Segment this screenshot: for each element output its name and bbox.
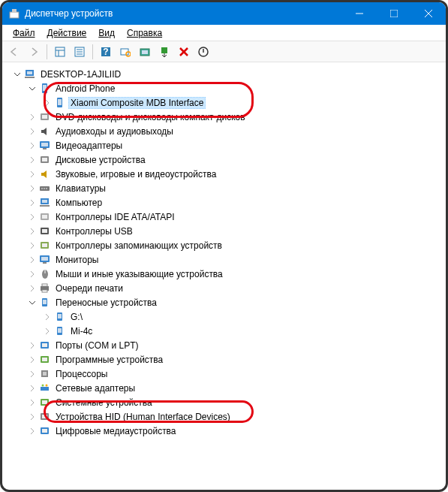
svg-rect-52	[43, 262, 47, 264]
svg-rect-61	[58, 314, 62, 318]
tree-node-label[interactable]: Контроллеры IDE ATA/ATAPI	[53, 211, 177, 223]
tree-node[interactable]: Системные устройства	[4, 395, 444, 409]
close-button[interactable]	[411, 2, 446, 25]
update-driver-button[interactable]	[136, 43, 154, 61]
tree-node-label[interactable]: Мониторы	[53, 254, 101, 266]
maximize-button[interactable]	[377, 2, 411, 25]
tree-node-label[interactable]: G:\	[68, 311, 85, 323]
tree-node[interactable]: Сетевые адаптеры	[4, 381, 444, 395]
tree-node[interactable]: Контроллеры USB	[4, 224, 444, 238]
tree-node[interactable]: DVD-дисководы и дисководы компакт-дисков	[4, 110, 444, 124]
tree-node-label[interactable]: Переносные устройства	[53, 297, 159, 309]
collapse-icon[interactable]	[11, 68, 23, 80]
no-expander	[26, 154, 38, 166]
svg-rect-67	[42, 358, 47, 361]
svg-rect-6	[56, 47, 65, 56]
tree-node[interactable]: Звуковые, игровые и видеоустройства	[4, 167, 444, 181]
tree-node[interactable]: Компьютер	[4, 195, 444, 210]
tree-node-label[interactable]: Xiaomi Composite MDB Interface	[68, 97, 206, 109]
scan-hardware-button[interactable]	[116, 43, 134, 61]
no-expander	[26, 254, 38, 266]
disable-button[interactable]	[194, 43, 212, 61]
minimize-button[interactable]	[342, 2, 377, 25]
dvd-icon	[38, 111, 52, 123]
svg-rect-69	[43, 372, 47, 376]
svg-rect-42	[42, 200, 47, 203]
tree-node[interactable]: Переносные устройства	[4, 295, 444, 309]
no-expander	[26, 354, 38, 366]
tree-node-label[interactable]: Дисковые устройства	[53, 154, 148, 166]
tree-node[interactable]: Клавиатуры	[4, 181, 444, 195]
tree-node-label[interactable]: DESKTOP-1AJILIID	[38, 68, 123, 80]
cpu-icon	[38, 368, 52, 380]
tree-node[interactable]: Контроллеры IDE ATA/ATAPI	[4, 210, 444, 224]
port-icon	[38, 340, 52, 352]
tree-node-label[interactable]: Цифровые медиаустройства	[53, 425, 179, 437]
tree-node-label[interactable]: Системные устройства	[53, 397, 155, 409]
tree-node[interactable]: Процессоры	[4, 367, 444, 381]
svg-rect-65	[42, 343, 47, 347]
tree-node[interactable]: Android Phone	[4, 81, 444, 95]
tree-node-label[interactable]: Сетевые адаптеры	[53, 382, 137, 394]
tree-node-label[interactable]: Порты (COM и LPT)	[53, 340, 141, 352]
svg-rect-78	[42, 429, 47, 433]
svg-rect-25	[25, 77, 35, 78]
svg-rect-76	[42, 415, 47, 418]
show-hide-tree-button[interactable]	[51, 43, 69, 61]
collapse-icon[interactable]	[26, 83, 38, 95]
tree-node-label[interactable]: Android Phone	[53, 83, 117, 95]
tree-node-label[interactable]: Контроллеры USB	[53, 225, 135, 237]
tree-node-label[interactable]: Компьютер	[53, 197, 104, 209]
tree-node-label[interactable]: Аудиовходы и аудиовыходы	[53, 125, 176, 137]
tree-node-label[interactable]: Программные устройства	[53, 354, 165, 366]
network-icon	[38, 382, 52, 394]
tree-node[interactable]: Xiaomi Composite MDB Interface	[4, 95, 444, 110]
install-legacy-button[interactable]	[155, 43, 173, 61]
tree-node[interactable]: Очереди печати	[4, 281, 444, 295]
tree-node[interactable]: Mi-4c	[4, 324, 444, 338]
tree-node-label[interactable]: DVD-дисководы и дисководы компакт-дисков	[53, 111, 248, 123]
keyboard-icon	[38, 183, 52, 195]
tree-node[interactable]: Устройства HID (Human Interface Devices)	[4, 409, 444, 424]
no-expander	[26, 225, 38, 237]
tree-node-label[interactable]: Клавиатуры	[53, 183, 108, 195]
app-icon	[8, 8, 20, 20]
help-button[interactable]: ?	[97, 43, 115, 61]
collapse-icon[interactable]	[26, 297, 38, 309]
tree-root[interactable]: DESKTOP-1AJILIID	[4, 67, 444, 81]
tree-node[interactable]: Программные устройства	[4, 352, 444, 367]
tree-node[interactable]: Аудиовходы и аудиовыходы	[4, 124, 444, 138]
menu-action[interactable]: Действие	[41, 26, 93, 40]
svg-point-40	[46, 188, 47, 189]
monitor-icon	[38, 254, 52, 266]
svg-rect-18	[142, 50, 148, 54]
tree-node[interactable]: Дисковые устройства	[4, 152, 444, 167]
menu-file[interactable]: Файл	[7, 26, 41, 40]
portable-icon	[53, 311, 67, 323]
back-button[interactable]	[5, 43, 23, 61]
tree-node-label[interactable]: Процессоры	[53, 368, 110, 380]
tree-node[interactable]: Порты (COM и LPT)	[4, 338, 444, 352]
tree-node-label[interactable]: Устройства HID (Human Interface Devices)	[53, 411, 233, 423]
tree-node[interactable]: Видеоадаптеры	[4, 138, 444, 152]
audio-icon	[38, 125, 52, 137]
tree-node-label[interactable]: Очереди печати	[53, 282, 125, 294]
tree-node[interactable]: Мониторы	[4, 252, 444, 267]
svg-text:?: ?	[103, 47, 108, 57]
device-tree[interactable]: DESKTOP-1AJILIIDAndroid PhoneXiaomi Comp…	[2, 62, 446, 490]
tree-node[interactable]: Контроллеры запоминающих устройств	[4, 238, 444, 252]
menu-view[interactable]: Вид	[92, 26, 121, 40]
tree-node[interactable]: Мыши и иные указывающие устройства	[4, 267, 444, 281]
tree-node-label[interactable]: Звуковые, игровые и видеоустройства	[53, 168, 218, 180]
no-expander	[26, 368, 38, 380]
tree-node[interactable]: Цифровые медиаустройства	[4, 424, 444, 438]
tree-node[interactable]: G:\	[4, 309, 444, 324]
tree-node-label[interactable]: Mi-4c	[68, 325, 95, 337]
tree-node-label[interactable]: Видеоадаптеры	[53, 140, 125, 152]
properties-button[interactable]	[71, 43, 89, 61]
tree-node-label[interactable]: Контроллеры запоминающих устройств	[53, 240, 224, 252]
menu-help[interactable]: Справка	[121, 26, 168, 40]
tree-node-label[interactable]: Мыши и иные указывающие устройства	[53, 268, 225, 280]
forward-button[interactable]	[25, 43, 43, 61]
uninstall-button[interactable]	[175, 43, 193, 61]
